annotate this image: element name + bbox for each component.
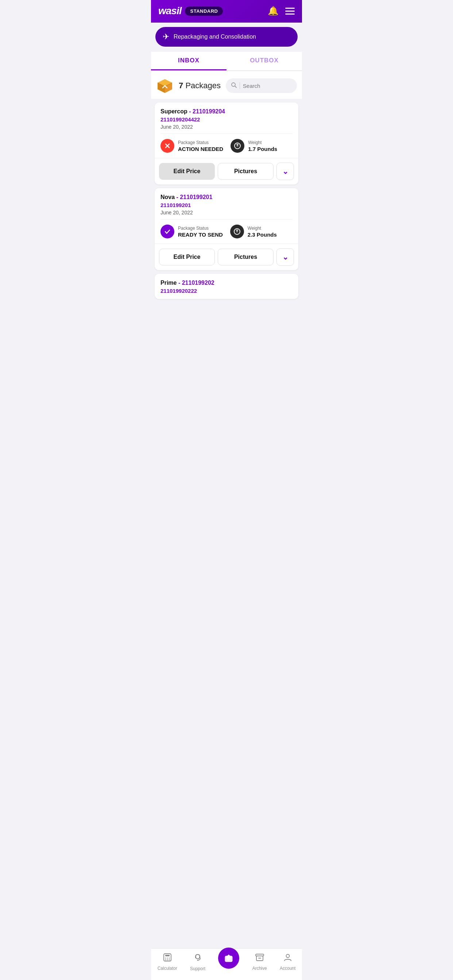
- header-left: wasil STANDARD: [158, 5, 223, 17]
- card-3-tracking-inline: - 2110199202: [179, 280, 214, 286]
- package-card-1: Supercop - 2110199204 2110199204422 June…: [155, 102, 298, 185]
- nav-label-account: Account: [280, 966, 295, 971]
- svg-point-23: [169, 959, 170, 960]
- svg-rect-25: [195, 956, 196, 958]
- nav-item-archive[interactable]: Archive: [252, 953, 267, 971]
- card-3-top: Prime - 2110199202 211019920222: [155, 274, 298, 299]
- card-1-weight-icon: [231, 139, 244, 153]
- search-divider: [239, 83, 240, 89]
- card-2-weight-block: Weight 2.3 Pounds: [230, 224, 277, 239]
- nav-item-account[interactable]: Account: [280, 953, 295, 971]
- card-2-status-row: Package Status READY TO SEND Weight 2.3 …: [155, 220, 298, 243]
- card-2-tracking-full[interactable]: 2110199201: [161, 202, 292, 208]
- card-2-actions: Edit Price Pictures ⌄: [155, 244, 298, 270]
- plane-icon: ✈: [163, 32, 169, 41]
- card-2-status-block: Package Status READY TO SEND: [161, 224, 223, 239]
- svg-point-20: [169, 958, 170, 959]
- svg-point-22: [167, 959, 168, 960]
- package-count-number: 7: [179, 81, 183, 90]
- account-icon: [283, 953, 292, 964]
- nav-label-calculator: Calculator: [158, 966, 177, 971]
- card-1-edit-price-button[interactable]: Edit Price: [159, 163, 215, 180]
- card-1-pictures-button[interactable]: Pictures: [218, 163, 274, 180]
- packages-word: Packages: [185, 81, 221, 90]
- card-1-status-label: Package Status: [178, 140, 223, 145]
- card-1-status-block: Package Status ACTION NEEDED: [161, 139, 223, 153]
- card-2-pictures-button[interactable]: Pictures: [218, 249, 274, 266]
- package-box-icon: [156, 77, 174, 94]
- card-1-status-info: Package Status ACTION NEEDED: [178, 140, 223, 152]
- support-icon: [193, 952, 203, 965]
- header-right: 🔔: [268, 6, 295, 16]
- card-2-weight-value: 2.3 Pounds: [248, 232, 277, 238]
- card-2-status-value: READY TO SEND: [178, 232, 223, 238]
- app-logo: wasil: [158, 5, 181, 17]
- card-1-status-value: ACTION NEEDED: [178, 146, 223, 152]
- card-1-expand-button[interactable]: ⌄: [276, 162, 294, 180]
- card-1-tracking-full[interactable]: 2110199204422: [161, 116, 292, 123]
- bottom-navigation: Calculator Support: [151, 948, 302, 980]
- svg-point-19: [167, 958, 168, 959]
- tab-outbox[interactable]: OUTBOX: [226, 52, 302, 70]
- repackaging-banner[interactable]: ✈ Repackaging and Consolidation: [155, 27, 298, 47]
- card-2-weight-info: Weight 2.3 Pounds: [248, 226, 277, 238]
- package-card-2: Nova - 2110199201 2110199201 June 20, 20…: [155, 188, 298, 270]
- card-1-status-icon: [161, 139, 174, 153]
- card-1-weight-info: Weight 1.7 Pounds: [248, 140, 277, 152]
- svg-point-27: [197, 960, 198, 961]
- card-1-date: June 20, 2022: [161, 124, 292, 130]
- card-2-status-info: Package Status READY TO SEND: [178, 226, 223, 238]
- header: wasil STANDARD 🔔: [151, 0, 302, 22]
- package-count-text: 7 Packages: [179, 81, 221, 91]
- card-1-weight-value: 1.7 Pounds: [248, 146, 277, 152]
- card-2-weight-label: Weight: [248, 226, 277, 231]
- nav-center-home-button[interactable]: [218, 948, 239, 969]
- svg-point-37: [286, 955, 289, 958]
- tabs-container: INBOX OUTBOX: [151, 52, 302, 71]
- card-3-title: Prime - 2110199202: [161, 280, 292, 286]
- card-2-title: Nova - 2110199201: [161, 194, 292, 200]
- card-1-tracking-inline: - 2110199204: [189, 108, 225, 115]
- card-1-actions: Edit Price Pictures ⌄: [155, 158, 298, 185]
- card-1-status-row: Package Status ACTION NEEDED Weight 1.7 …: [155, 134, 298, 158]
- nav-label-archive: Archive: [252, 966, 267, 971]
- card-2-store: Nova: [161, 194, 175, 200]
- svg-point-18: [165, 958, 166, 959]
- card-2-top: Nova - 2110199201 2110199201 June 20, 20…: [155, 188, 298, 219]
- card-3-tracking-full[interactable]: 211019920222: [161, 288, 292, 294]
- card-2-tracking-inline: - 2110199201: [177, 194, 213, 200]
- card-3-store: Prime: [161, 280, 177, 286]
- calculator-icon: [163, 953, 172, 964]
- nav-item-support[interactable]: Support: [190, 952, 205, 971]
- archive-icon: [255, 953, 265, 964]
- card-2-weight-icon: [230, 224, 244, 239]
- nav-label-support: Support: [190, 966, 205, 971]
- card-2-status-icon: [161, 224, 174, 239]
- card-2-expand-button[interactable]: ⌄: [276, 248, 294, 266]
- card-2-edit-price-button[interactable]: Edit Price: [159, 249, 215, 266]
- card-1-weight-label: Weight: [248, 140, 277, 145]
- package-count-row: 7 Packages: [151, 71, 302, 99]
- chevron-down-icon: ⌄: [282, 253, 289, 261]
- nav-item-calculator[interactable]: Calculator: [158, 953, 177, 971]
- banner-text: Repackaging and Consolidation: [174, 33, 256, 40]
- svg-rect-17: [165, 955, 170, 956]
- svg-line-7: [235, 86, 236, 88]
- card-1-top: Supercop - 2110199204 2110199204422 June…: [155, 102, 298, 134]
- card-2-date: June 20, 2022: [161, 210, 292, 215]
- card-2-status-label: Package Status: [178, 226, 223, 231]
- search-input[interactable]: [243, 83, 292, 89]
- search-icon: [231, 82, 237, 89]
- package-card-3: Prime - 2110199202 211019920222: [155, 274, 298, 299]
- card-1-weight-block: Weight 1.7 Pounds: [231, 139, 277, 153]
- search-box[interactable]: [226, 78, 297, 93]
- chevron-down-icon: ⌄: [282, 167, 289, 176]
- plan-badge: STANDARD: [185, 6, 223, 16]
- notification-icon[interactable]: 🔔: [268, 6, 279, 16]
- svg-point-21: [165, 959, 166, 960]
- menu-icon[interactable]: [285, 8, 295, 14]
- tab-inbox[interactable]: INBOX: [151, 52, 226, 70]
- card-1-title: Supercop - 2110199204: [161, 108, 292, 115]
- card-1-store: Supercop: [161, 108, 187, 115]
